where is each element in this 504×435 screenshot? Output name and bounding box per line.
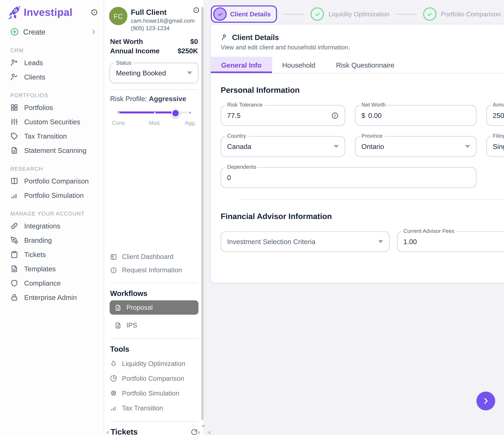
province-select[interactable]: Province Ontario: [355, 136, 477, 157]
refresh-icon[interactable]: [191, 428, 198, 435]
risk-tolerance-input[interactable]: [227, 112, 331, 119]
step-check-icon: [423, 7, 436, 21]
workflow-item-proposal[interactable]: Proposal: [109, 300, 198, 315]
sidebar-item-tickets[interactable]: Tickets: [0, 247, 104, 261]
sidebar-item-portfolio-comparison[interactable]: Portfolio Comparison: [0, 174, 104, 188]
workflow-item-ips[interactable]: IPS: [109, 318, 198, 332]
risk-tolerance-field[interactable]: Risk Tolerance: [221, 105, 345, 126]
filing-status-value: Single: [493, 143, 504, 150]
client-panel: FC Full Client cam.howe16@gmail.com (905…: [104, 0, 204, 435]
investment-selection-criteria-select[interactable]: Investment Selection Criteria: [221, 231, 389, 252]
sidebar-item-label: Tax Transition: [24, 132, 67, 140]
current-advisor-fees-field[interactable]: Current Advisor Fees %: [397, 231, 504, 252]
create-label: Create: [23, 28, 45, 36]
document-icon: [10, 146, 18, 154]
step-liquidity-optimization[interactable]: Liquidity Optimization: [311, 7, 390, 21]
tab-bar: General Info Household Risk Questionnair…: [211, 57, 504, 73]
risk-slider[interactable]: [117, 109, 191, 115]
chevron-right-icon: [90, 29, 97, 35]
user-plus-icon: [10, 58, 18, 66]
cpu-icon: [110, 390, 117, 397]
stat-label: Annual Income: [110, 47, 160, 55]
page-title: Client Details: [232, 33, 279, 41]
sidebar-item-label: Custom Securities: [24, 118, 80, 125]
net-worth-input[interactable]: [368, 112, 470, 119]
status-select[interactable]: Status Meeting Booked: [109, 63, 198, 83]
country-select[interactable]: Country Canada: [221, 136, 345, 157]
sidebar-item-clients[interactable]: Clients: [0, 70, 104, 84]
personal-information-heading: Personal Information: [211, 73, 504, 95]
dependents-input[interactable]: [227, 174, 470, 182]
hscroll-right-arrow[interactable]: [198, 431, 200, 435]
info-icon[interactable]: [331, 112, 339, 119]
tab-risk-questionnaire[interactable]: Risk Questionnaire: [326, 57, 405, 73]
chevron-right-icon: [482, 397, 490, 405]
tool-liquidity-optimization[interactable]: Liquidity Optimization: [104, 356, 204, 371]
step-label: Portfolio Comparison: [441, 10, 501, 18]
client-details-card: Client Details View and edit client and …: [211, 25, 504, 283]
section-label-account: MANAGE YOUR ACCOUNT: [0, 202, 104, 218]
tool-tax-transition[interactable]: Tax Transition: [104, 400, 204, 415]
client-panel-scrollbar[interactable]: [201, 7, 203, 420]
tool-portfolio-comparison[interactable]: Portfolio Comparison: [104, 371, 204, 386]
annual-income-field[interactable]: Annual Income: [486, 105, 504, 126]
user-check-icon: [10, 73, 18, 80]
status-value: Meeting Booked: [116, 69, 166, 77]
province-value: Ontario: [361, 143, 384, 150]
app-root: Investipal Create CRM Leads Clients PORT…: [0, 0, 504, 435]
next-step-fab[interactable]: [477, 392, 495, 410]
client-dashboard-button[interactable]: Client Dashboard: [104, 250, 204, 263]
sidebar-item-tax-transition[interactable]: Tax Transition: [0, 129, 104, 143]
investment-criteria-placeholder: Investment Selection Criteria: [227, 238, 315, 246]
advisor-information-heading: Financial Advisor Information: [211, 200, 504, 221]
workflow-stepper: Client Details Liquidity Optimization Po…: [205, 0, 504, 23]
stat-label: Net Worth: [110, 37, 143, 45]
risk-profile-label: Risk Profile:: [110, 95, 149, 103]
sidebar-collapse-icon[interactable]: [91, 9, 98, 16]
sidebar-item-statement-scanning[interactable]: Statement Scanning: [0, 143, 104, 157]
sidebar-item-leads[interactable]: Leads: [0, 55, 104, 70]
slider-tick-start: [118, 112, 119, 113]
sidebar-item-templates[interactable]: Templates: [0, 261, 104, 276]
sidebar-item-label: Leads: [24, 58, 43, 66]
sidebar-item-branding[interactable]: Branding: [0, 233, 104, 247]
sidebar-item-custom-securities[interactable]: Custom Securities: [0, 114, 104, 129]
tab-general-info[interactable]: General Info: [211, 57, 272, 73]
sidebar-item-label: Enterprise Admin: [24, 293, 77, 301]
field-label: Annual Income: [491, 102, 504, 108]
tool-portfolio-simulation[interactable]: Portfolio Simulation: [104, 386, 204, 400]
step-check-icon: [213, 7, 227, 21]
net-worth-field[interactable]: Net Worth $: [355, 105, 477, 126]
client-name: Full Client: [131, 7, 195, 16]
current-advisor-fees-input[interactable]: [403, 238, 504, 246]
filing-status-select[interactable]: Filing Status Single: [486, 136, 504, 157]
field-label: Current Advisor Fees: [401, 228, 456, 234]
step-client-details[interactable]: Client Details: [211, 5, 277, 23]
action-label: Request Information: [122, 266, 182, 274]
request-information-button[interactable]: Request Information: [104, 263, 204, 277]
field-label: Country: [225, 133, 248, 139]
dependents-field[interactable]: Dependents: [221, 167, 476, 188]
sidebar-item-label: Portfolio Comparison: [24, 177, 89, 185]
main-hscroll-left-arrow[interactable]: [208, 431, 210, 435]
sidebar-item-enterprise-admin[interactable]: Enterprise Admin: [0, 290, 104, 304]
sidebar-item-integrations[interactable]: Integrations: [0, 218, 104, 233]
step-portfolio-comparison[interactable]: Portfolio Comparison: [423, 7, 501, 21]
panel-collapse-icon[interactable]: [193, 7, 199, 13]
pen-nib-icon: [10, 236, 18, 244]
annual-income-input[interactable]: [493, 112, 504, 119]
caret-down-icon: [465, 145, 470, 148]
lock-icon: [10, 293, 18, 301]
tick-agg: Agg.: [185, 120, 196, 126]
sidebar-item-label: Portfolio Simulation: [24, 191, 84, 199]
tick-cons: Cons: [112, 120, 125, 126]
sidebar-item-compliance[interactable]: Compliance: [0, 276, 104, 290]
hscroll-left-arrow[interactable]: [106, 431, 108, 435]
workflows-title: Workflows: [104, 283, 204, 300]
create-button[interactable]: Create: [0, 21, 104, 39]
sidebar-item-portfolio-simulation[interactable]: Portfolio Simulation: [0, 188, 104, 202]
step-label: Liquidity Optimization: [329, 10, 389, 18]
sidebar-item-portfolios[interactable]: Portfolios: [0, 100, 104, 114]
slider-thumb[interactable]: [171, 109, 180, 117]
tab-household[interactable]: Household: [272, 57, 326, 73]
